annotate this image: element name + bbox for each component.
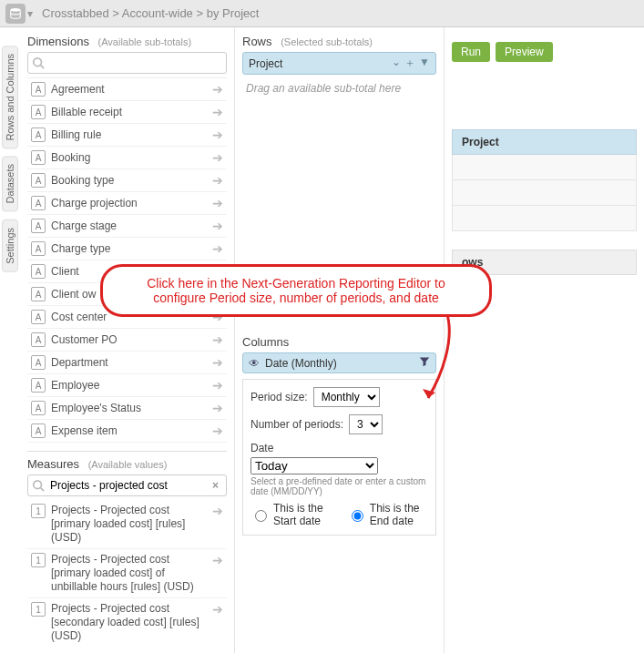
arrow-right-icon[interactable]: ➔ [209, 173, 223, 188]
arrow-right-icon[interactable]: ➔ [209, 504, 223, 545]
measures-list: 1Projects - Projected cost [primary load… [27, 500, 227, 646]
number-of-periods-select[interactable]: 3 [349, 414, 383, 434]
chevron-down-icon[interactable]: ⌄ [392, 56, 401, 71]
preview-button[interactable]: Preview [496, 42, 553, 62]
row-chip-label: Project [249, 57, 392, 70]
attribute-badge-icon: A [31, 150, 46, 165]
preview-cell [452, 155, 637, 180]
dimension-item[interactable]: AEmployee➔ [27, 374, 227, 397]
attribute-badge-icon: A [31, 241, 46, 256]
arrow-right-icon[interactable]: ➔ [209, 401, 223, 415]
arrow-right-icon[interactable]: ➔ [209, 241, 223, 256]
arrow-right-icon[interactable]: ➔ [209, 82, 223, 97]
dimension-item[interactable]: ABilling rule➔ [27, 124, 227, 147]
dimension-item[interactable]: ABillable receipt➔ [27, 101, 227, 124]
attribute-badge-icon: A [31, 332, 46, 347]
arrow-right-icon[interactable]: ➔ [209, 378, 223, 393]
svg-line-4 [41, 488, 45, 492]
plus-icon[interactable]: ＋ [404, 56, 415, 71]
measure-badge-icon: 1 [31, 553, 46, 567]
search-icon [32, 479, 45, 492]
attribute-badge-icon: A [31, 173, 46, 188]
measures-subtitle: (Available values) [88, 459, 168, 470]
dimension-item[interactable]: ABooking➔ [27, 147, 227, 169]
tab-rows-and-columns[interactable]: Rows and Columns [2, 46, 18, 148]
dimension-item[interactable]: ACharge projection➔ [27, 192, 227, 215]
end-date-radio[interactable]: This is the End date [347, 502, 428, 527]
dimensions-search-input[interactable] [48, 55, 222, 71]
dimension-label: Customer PO [51, 333, 209, 346]
attribute-badge-icon: A [31, 423, 46, 438]
measure-item[interactable]: 1Projects - Projected cost [secondary lo… [27, 598, 227, 646]
eye-icon: 👁 [249, 357, 260, 370]
row-chip-project[interactable]: Project ⌄ ＋ ▼ [242, 52, 436, 75]
attribute-badge-icon: A [31, 310, 46, 324]
dimension-item[interactable]: ACharge stage➔ [27, 215, 227, 238]
tab-datasets[interactable]: Datasets [2, 156, 18, 211]
date-label: Date [250, 442, 273, 454]
date-help-text: Select a pre-defined date or enter a cus… [250, 476, 428, 496]
start-date-radio[interactable]: This is the Start date [250, 502, 334, 527]
preview-table: Project ows [452, 129, 637, 275]
database-icon [9, 7, 22, 20]
dimension-label: Billable receipt [51, 106, 209, 118]
tab-settings[interactable]: Settings [2, 219, 18, 272]
measure-item[interactable]: 1Projects - Projected cost [primary load… [27, 549, 227, 598]
measure-badge-icon: 1 [31, 602, 46, 617]
columns-title: Columns [242, 335, 289, 349]
attribute-badge-icon: A [31, 378, 46, 393]
arrow-right-icon[interactable]: ➔ [209, 423, 223, 438]
dimensions-search[interactable] [27, 52, 227, 74]
arrow-right-icon[interactable]: ➔ [209, 105, 223, 119]
preview-header-project: Project [452, 129, 637, 155]
attribute-badge-icon: A [31, 287, 46, 301]
app-icon[interactable] [5, 4, 26, 24]
dimension-item[interactable]: ADepartment➔ [27, 352, 227, 374]
dimension-item[interactable]: ACustomer PO➔ [27, 329, 227, 352]
end-date-radio-input[interactable] [352, 510, 363, 522]
dimensions-subtitle: (Available sub-totals) [98, 36, 192, 47]
dimension-label: Charge type [51, 242, 209, 255]
arrow-right-icon[interactable]: ➔ [209, 196, 223, 210]
dimension-item[interactable]: ACharge type➔ [27, 238, 227, 260]
preview-cell [452, 206, 637, 231]
dimension-label: Employee's Status [51, 402, 209, 414]
annotation-callout: Click here in the Next-Generation Report… [100, 264, 492, 317]
attribute-badge-icon: A [31, 219, 46, 233]
arrow-right-icon[interactable]: ➔ [209, 602, 223, 643]
rows-drop-hint: Drag an available sub-total here [242, 78, 436, 98]
dimensions-title: Dimensions [27, 35, 89, 48]
attribute-badge-icon: A [31, 82, 46, 97]
period-size-select[interactable]: Monthly [313, 387, 380, 407]
dimension-item[interactable]: ABooking type➔ [27, 169, 227, 192]
arrow-right-icon[interactable]: ➔ [209, 128, 223, 142]
clear-icon[interactable]: × [209, 479, 222, 492]
dimension-item[interactable]: AAgreement➔ [27, 78, 227, 101]
arrow-right-icon[interactable]: ➔ [209, 553, 223, 594]
measure-item[interactable]: 1Projects - Projected cost [primary load… [27, 500, 227, 549]
dimension-label: Booking [51, 151, 209, 164]
date-select[interactable]: Today [250, 457, 378, 474]
arrow-right-icon[interactable]: ➔ [209, 332, 223, 347]
filter-icon[interactable]: ▼ [419, 56, 430, 71]
dimension-item[interactable]: AEmployee's Status➔ [27, 397, 227, 420]
start-date-radio-input[interactable] [255, 510, 267, 522]
measures-search-input[interactable] [48, 477, 209, 494]
measure-badge-icon: 1 [31, 504, 46, 518]
svg-line-2 [41, 66, 45, 69]
dimension-label: Department [51, 356, 209, 369]
arrow-right-icon[interactable]: ➔ [209, 150, 223, 165]
dimension-label: Booking type [51, 174, 209, 187]
arrow-right-icon[interactable]: ➔ [209, 355, 223, 370]
dimension-item[interactable]: AExpense item➔ [27, 420, 227, 443]
measure-label: Projects - Projected cost [primary loade… [51, 504, 209, 545]
chevron-down-icon[interactable]: ▾ [27, 7, 33, 20]
dimension-label: Charge stage [51, 219, 209, 232]
run-button[interactable]: Run [452, 42, 490, 62]
attribute-badge-icon: A [31, 196, 46, 210]
svg-point-3 [34, 481, 42, 489]
attribute-badge-icon: A [31, 401, 46, 415]
measures-search[interactable]: × [27, 474, 227, 496]
arrow-right-icon[interactable]: ➔ [209, 219, 223, 233]
breadcrumb: Crosstabbed > Account-wide > by Project [42, 6, 259, 20]
